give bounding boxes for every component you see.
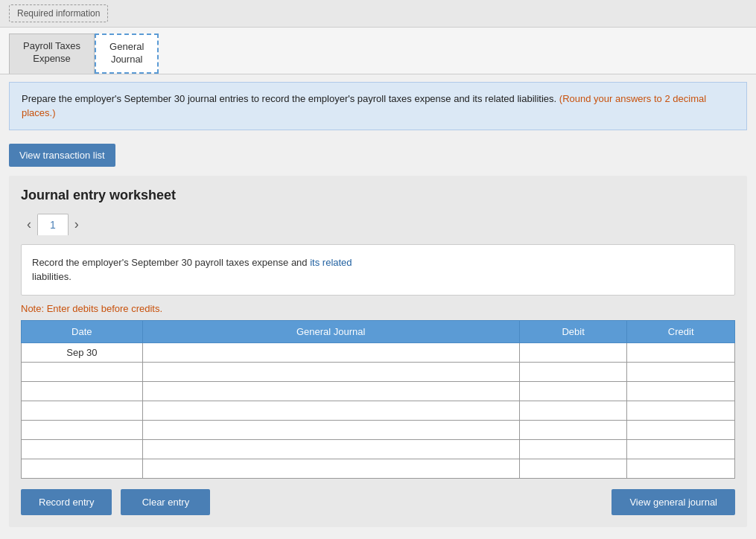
row2-debit-input[interactable] <box>520 382 627 401</box>
row3-gj-cell[interactable] <box>142 401 519 420</box>
row1-credit-input[interactable] <box>627 363 734 381</box>
row2-date <box>22 381 143 401</box>
instruction-main: Prepare the employer's September 30 jour… <box>22 93 556 104</box>
table-row: Sep 30 <box>22 342 735 362</box>
required-info-badge: Required information <box>9 4 108 22</box>
worksheet-container: Journal entry worksheet ‹ 1 › Record the… <box>9 176 747 527</box>
row6-credit-cell[interactable] <box>627 459 735 478</box>
row2-gj-input[interactable] <box>143 382 519 401</box>
row1-debit-input[interactable] <box>520 363 627 381</box>
row3-debit-cell[interactable] <box>519 401 627 420</box>
row3-gj-input[interactable] <box>143 401 519 420</box>
row6-date <box>22 459 143 478</box>
row0-credit-cell[interactable] <box>627 342 735 362</box>
col-credit: Credit <box>627 320 735 342</box>
table-row <box>22 420 735 439</box>
row4-date <box>22 420 143 439</box>
desc-part3: liabilities. <box>32 271 72 282</box>
row0-gj-input[interactable] <box>143 343 519 362</box>
row3-date <box>22 401 143 420</box>
row5-debit-input[interactable] <box>520 440 627 459</box>
row0-debit-cell[interactable] <box>519 342 627 362</box>
page-tab-1[interactable]: 1 <box>37 214 69 235</box>
row6-gj-input[interactable] <box>143 459 519 478</box>
row5-credit-input[interactable] <box>627 440 734 459</box>
row2-gj-cell[interactable] <box>142 381 519 401</box>
row5-gj-input[interactable] <box>143 440 519 459</box>
instruction-box: Prepare the employer's September 30 jour… <box>9 82 747 130</box>
tab-general-journal[interactable]: General Journal <box>95 34 159 74</box>
desc-part1: Record the employer's September 30 payro… <box>32 257 308 268</box>
row0-debit-input[interactable] <box>520 343 627 362</box>
tab-payroll-taxes[interactable]: Payroll Taxes Expense <box>9 34 95 74</box>
tabs-container: Payroll Taxes Expense General Journal <box>0 28 756 74</box>
view-general-journal-button[interactable]: View general journal <box>612 489 735 515</box>
view-transaction-list-button[interactable]: View transaction list <box>9 144 115 167</box>
row1-date <box>22 362 143 381</box>
journal-table: Date General Journal Debit Credit Sep 30 <box>21 320 735 479</box>
desc-part2: its related <box>310 257 352 268</box>
row4-credit-input[interactable] <box>627 421 734 439</box>
row0-credit-input[interactable] <box>627 343 734 362</box>
prev-page-button[interactable]: ‹ <box>21 217 37 232</box>
buttons-row: Record entry Clear entry View general jo… <box>21 489 735 515</box>
row3-credit-cell[interactable] <box>627 401 735 420</box>
top-bar: Required information <box>0 0 756 28</box>
row6-debit-cell[interactable] <box>519 459 627 478</box>
row4-gj-cell[interactable] <box>142 420 519 439</box>
description-box: Record the employer's September 30 payro… <box>21 244 735 296</box>
clear-entry-button[interactable]: Clear entry <box>121 489 210 515</box>
tab-nav: ‹ 1 › <box>21 214 735 235</box>
row5-credit-cell[interactable] <box>627 439 735 459</box>
col-general-journal: General Journal <box>142 320 519 342</box>
row3-credit-input[interactable] <box>627 401 734 420</box>
row6-gj-cell[interactable] <box>142 459 519 478</box>
row4-debit-input[interactable] <box>520 421 627 439</box>
row4-gj-input[interactable] <box>143 421 519 439</box>
next-page-button[interactable]: › <box>69 217 85 232</box>
row2-debit-cell[interactable] <box>519 381 627 401</box>
table-row <box>22 362 735 381</box>
row2-credit-cell[interactable] <box>627 381 735 401</box>
row0-date: Sep 30 <box>22 342 143 362</box>
row3-debit-input[interactable] <box>520 401 627 420</box>
row5-gj-cell[interactable] <box>142 439 519 459</box>
row5-date <box>22 439 143 459</box>
note-text: Note: Enter debits before credits. <box>21 303 735 314</box>
row6-debit-input[interactable] <box>520 459 627 478</box>
table-row <box>22 401 735 420</box>
table-row <box>22 381 735 401</box>
row6-credit-input[interactable] <box>627 459 734 478</box>
row4-credit-cell[interactable] <box>627 420 735 439</box>
col-date: Date <box>22 320 143 342</box>
row1-gj-cell[interactable] <box>142 362 519 381</box>
row0-gj-cell[interactable] <box>142 342 519 362</box>
row1-gj-input[interactable] <box>143 363 519 381</box>
row1-credit-cell[interactable] <box>627 362 735 381</box>
worksheet-title: Journal entry worksheet <box>21 188 735 203</box>
record-entry-button[interactable]: Record entry <box>21 489 112 515</box>
row5-debit-cell[interactable] <box>519 439 627 459</box>
col-debit: Debit <box>519 320 627 342</box>
row1-debit-cell[interactable] <box>519 362 627 381</box>
table-row <box>22 439 735 459</box>
row4-debit-cell[interactable] <box>519 420 627 439</box>
table-row <box>22 459 735 478</box>
row2-credit-input[interactable] <box>627 382 734 401</box>
